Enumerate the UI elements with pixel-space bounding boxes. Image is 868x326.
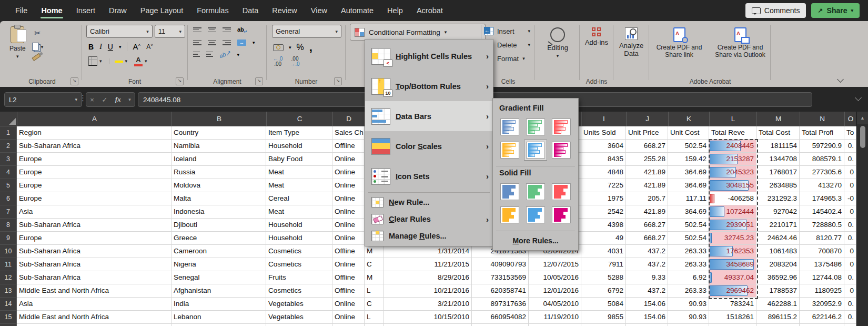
cell-N11[interactable]: 1375486 <box>800 258 844 271</box>
cell-D8[interactable]: Online <box>332 219 365 232</box>
cell-A3[interactable]: Europe <box>17 153 171 166</box>
gradient-databar-swatch-red[interactable] <box>550 116 573 137</box>
cell-E11[interactable]: C <box>365 258 384 271</box>
row-header-10[interactable]: 10 <box>0 245 17 258</box>
column-header-d[interactable]: D <box>333 112 365 126</box>
cell-J13[interactable]: 437.2 <box>626 284 668 298</box>
align-top-button[interactable] <box>193 27 201 33</box>
cell-C14[interactable]: Vegetables <box>266 298 332 311</box>
cell-F13[interactable]: 10/21/2016 <box>384 284 472 298</box>
menu-item-top-bottom-rules[interactable]: ↑10Top/Bottom Rules› <box>365 71 493 101</box>
cell-C12[interactable]: Fruits <box>266 271 332 284</box>
cell-B5[interactable]: Moldova <box>171 179 266 192</box>
cell-B10[interactable]: Cameroon <box>171 245 266 258</box>
menu-tab-home[interactable]: Home <box>34 0 69 21</box>
cell-N7[interactable]: 145402.4 <box>800 205 844 219</box>
cell-G15[interactable]: 660954082 <box>472 311 529 324</box>
cell-O9[interactable]: 0. <box>844 232 856 245</box>
cell-D2[interactable]: Offline <box>332 140 365 153</box>
enter-button[interactable]: ✓ <box>102 96 107 104</box>
cell-N2[interactable]: 597290.9 <box>800 140 844 153</box>
font-color-button[interactable]: A <box>134 56 143 66</box>
cell-I1[interactable]: Units Sold <box>581 126 626 140</box>
cell-C4[interactable]: Meat <box>266 166 332 179</box>
menu-tab-draw[interactable]: Draw <box>102 0 134 21</box>
decrease-indent-button[interactable] <box>193 52 200 57</box>
cell-J14[interactable]: 154.06 <box>626 298 668 311</box>
cell-C6[interactable]: Cereal <box>266 192 332 205</box>
decrease-decimal-button[interactable]: .00→.0 <box>290 56 299 67</box>
comments-button[interactable]: Comments <box>745 3 806 18</box>
accounting-format-button[interactable] <box>273 44 284 51</box>
column-header-o[interactable]: O <box>845 112 856 126</box>
cell-A15[interactable]: Middle East and North Africa <box>17 311 171 324</box>
cell-G13[interactable]: 620358741 <box>472 284 529 298</box>
cell-K6[interactable]: 117.11 <box>668 192 709 205</box>
cell-K12[interactable]: 6.92 <box>668 271 709 284</box>
cell-M2[interactable]: 1811154 <box>756 140 800 153</box>
row-header-8[interactable]: 8 <box>0 219 17 232</box>
cell-K14[interactable]: 90.93 <box>668 298 709 311</box>
gradient-databar-swatch-purple[interactable] <box>550 140 573 161</box>
cell-L10[interactable]: 1762353 <box>709 245 756 258</box>
cell-K13[interactable]: 263.33 <box>668 284 709 298</box>
cell-J4[interactable]: 421.89 <box>626 166 668 179</box>
cell-L4[interactable]: 2045323 <box>709 166 756 179</box>
cell-M1[interactable]: Total Cost <box>756 126 800 140</box>
menu-item-manage-rules[interactable]: Manage Rules... <box>365 228 493 244</box>
cell-L15[interactable]: 1518261 <box>709 311 756 324</box>
expand-formula-bar-button[interactable] <box>855 94 862 101</box>
menu-tab-view[interactable]: View <box>304 0 334 21</box>
cell-L12[interactable]: 49337.04 <box>709 271 756 284</box>
cell-F11[interactable]: 11/21/2015 <box>384 258 472 271</box>
row-header-9[interactable]: 9 <box>0 232 17 245</box>
cell-L6[interactable]: -406258 <box>709 192 756 205</box>
cell-N14[interactable]: 320952.9 <box>800 298 844 311</box>
menu-tab-file[interactable]: File <box>8 0 34 21</box>
scrollbar-thumb[interactable] <box>860 126 865 148</box>
cell-M12[interactable]: 36592.96 <box>756 271 800 284</box>
row-header-13[interactable]: 13 <box>0 284 17 298</box>
cell-F14[interactable]: 3/21/2010 <box>384 298 472 311</box>
menu-tab-insert[interactable]: Insert <box>69 0 102 21</box>
cell-J7[interactable]: 421.89 <box>626 205 668 219</box>
cell-M4[interactable]: 1768017 <box>756 166 800 179</box>
cell-D14[interactable]: Online <box>332 298 365 311</box>
conditional-formatting-button[interactable]: Conditional Formatting ▾ <box>350 24 486 41</box>
gradient-databar-swatch-light-blue[interactable] <box>524 140 547 161</box>
cell-H15[interactable]: 11/19/2010 <box>529 311 581 324</box>
cell-B13[interactable]: Afghanistan <box>171 284 266 298</box>
cell-M7[interactable]: 927042 <box>756 205 800 219</box>
cell-I12[interactable]: 5288 <box>581 271 626 284</box>
bold-button[interactable]: B <box>88 43 94 51</box>
solid-databar-swatch-green[interactable] <box>524 181 547 202</box>
merge-center-button[interactable]: ↔ <box>237 39 246 46</box>
cell-J3[interactable]: 255.28 <box>626 153 668 166</box>
cell-D7[interactable]: Online <box>332 205 365 219</box>
cell-A12[interactable]: Sub-Saharan Africa <box>17 271 171 284</box>
cell-K8[interactable]: 502.54 <box>668 219 709 232</box>
cell-A6[interactable]: Europe <box>17 192 171 205</box>
fill-color-button[interactable] <box>115 60 123 63</box>
cell-K7[interactable]: 364.69 <box>668 205 709 219</box>
cell-L9[interactable]: 32745.23 <box>709 232 756 245</box>
cell-I13[interactable]: 6792 <box>581 284 626 298</box>
menu-item-color-scales[interactable]: Color Scales› <box>365 131 493 161</box>
cell-H11[interactable]: 12/07/2015 <box>529 258 581 271</box>
cell-C11[interactable]: Cosmetics <box>266 258 332 271</box>
cell-B2[interactable]: Namibia <box>171 140 266 153</box>
cell-M14[interactable]: 462288.1 <box>756 298 800 311</box>
menu-tab-data[interactable]: Data <box>236 0 266 21</box>
cut-button[interactable]: ✂ <box>32 28 44 38</box>
cell-D3[interactable]: Online <box>332 153 365 166</box>
cell-O8[interactable]: 0. <box>844 219 856 232</box>
row-header-7[interactable]: 7 <box>0 205 17 219</box>
cell-I7[interactable]: 2542 <box>581 205 626 219</box>
cell-A8[interactable]: Sub-Saharan Africa <box>17 219 171 232</box>
menu-tab-review[interactable]: Review <box>265 0 304 21</box>
italic-button[interactable]: I <box>99 43 102 51</box>
cell-N3[interactable]: 808579.1 <box>800 153 844 166</box>
cell-D12[interactable]: Offline <box>332 271 365 284</box>
cell-K3[interactable]: 159.42 <box>668 153 709 166</box>
cell-O12[interactable]: 0. <box>844 271 856 284</box>
